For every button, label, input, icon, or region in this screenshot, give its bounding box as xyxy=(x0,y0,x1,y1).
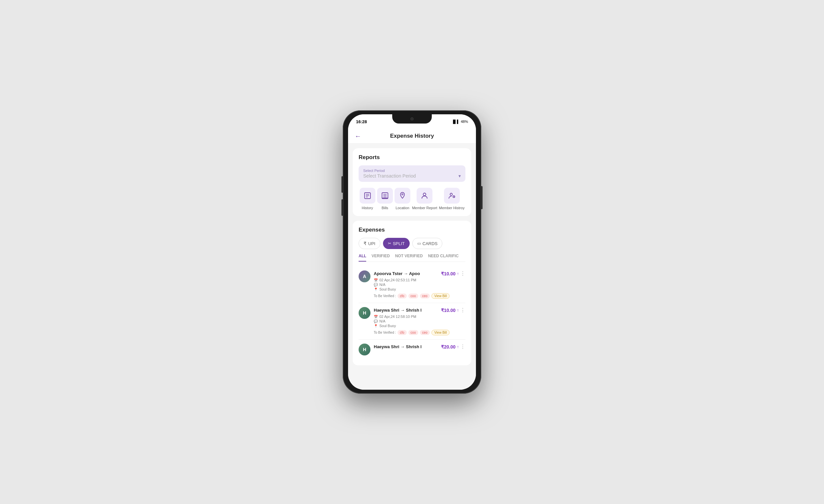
scroll-content: Reports Select Period Select Transaction… xyxy=(348,144,476,390)
location-pin-icon: 📍 xyxy=(374,324,378,328)
expenses-card: Expenses ₹ UPI ✂ SPLIT ▭ CARDS xyxy=(353,221,471,365)
txn-meta-1: 📅 02 Apr,24 02:53:11 PM 💬 N/A 📍 Soul Bu xyxy=(374,278,466,291)
phone-frame: 16:28 ▐▌▌ 48% ← Expense History Reports … xyxy=(343,110,481,394)
select-period-dropdown[interactable]: Select Period Select Transaction Period … xyxy=(358,165,466,182)
txn-amount: ₹20.00 xyxy=(441,344,455,350)
svg-point-11 xyxy=(450,194,452,196)
member-history-icon-box xyxy=(444,188,460,204)
report-icon-bills[interactable]: Bills xyxy=(377,188,393,210)
txn-date-row: 📅 02 Apr,24 02:53:11 PM xyxy=(374,278,466,282)
txn-note-row: 💬 N/A xyxy=(374,319,466,323)
member-report-icon-box xyxy=(417,188,432,204)
txn-header-3: H Haeywa Shri → Shrish l ₹20.00 ↑ ⋮ xyxy=(358,344,466,355)
tag-coo: coo xyxy=(408,293,418,298)
card-icon: ▭ xyxy=(417,241,421,246)
tag-label: To Be Verified : xyxy=(374,294,396,298)
tag-ceo: ceo xyxy=(420,330,430,335)
txn-header-2: H Haeywa Shri → Shrish l ₹10.00 ↑ ⋮ xyxy=(358,307,466,335)
tab-cards[interactable]: ▭ CARDS xyxy=(412,238,443,249)
table-row: H Haeywa Shri → Shrish l ₹20.00 ↑ ⋮ xyxy=(358,340,466,359)
filter-all[interactable]: ALL xyxy=(358,254,366,262)
filter-verified[interactable]: VERIFIED xyxy=(372,254,390,262)
view-bill-button[interactable]: View Bill xyxy=(431,293,450,299)
member-history-label: Member Histroy xyxy=(439,206,465,210)
txn-amount-row-1: ₹10.00 ↑ ⋮ xyxy=(441,270,466,277)
txn-more-button[interactable]: ⋮ xyxy=(460,270,466,277)
rupee-icon: ₹ xyxy=(364,241,367,246)
txn-amount-row-2: ₹10.00 ↑ ⋮ xyxy=(441,307,466,313)
chevron-down-icon: ▾ xyxy=(458,173,461,178)
txn-content-3: Haeywa Shri → Shrish l ₹20.00 ↑ ⋮ xyxy=(374,344,466,350)
page-title: Expense History xyxy=(390,133,434,139)
filter-not-verified[interactable]: NOT VERIFIED xyxy=(395,254,423,262)
member-report-label: Member Report xyxy=(412,206,437,210)
tag-coo: coo xyxy=(408,330,418,335)
location-pin-icon: 📍 xyxy=(374,287,378,291)
volume-up-button[interactable] xyxy=(341,176,343,193)
txn-more-button[interactable]: ⋮ xyxy=(460,307,466,313)
txn-note: N/A xyxy=(379,319,385,323)
tab-split[interactable]: ✂ SPLIT xyxy=(383,238,410,249)
txn-location-row: 📍 Soul Buoy xyxy=(374,287,466,291)
txn-location: Soul Buoy xyxy=(379,324,396,328)
calendar-icon: 📅 xyxy=(374,315,378,319)
txn-date: 02 Apr,24 02:53:11 PM xyxy=(379,278,416,282)
txn-more-button[interactable]: ⋮ xyxy=(460,344,466,350)
txn-name: Apoorva Tster → Apoo xyxy=(374,271,426,276)
report-icons-row: History Bills xyxy=(358,188,466,210)
tab-upi[interactable]: ₹ UPI xyxy=(358,238,380,249)
notch xyxy=(392,114,432,124)
split-icon: ✂ xyxy=(388,241,391,246)
txn-arrow-icon: ↑ xyxy=(457,308,459,312)
reports-title: Reports xyxy=(358,154,466,161)
status-icons: ▐▌▌ 48% xyxy=(452,120,468,124)
reports-card: Reports Select Period Select Transaction… xyxy=(353,148,471,216)
view-bill-button[interactable]: View Bill xyxy=(431,330,450,335)
note-icon: 💬 xyxy=(374,320,378,323)
report-icon-member-history[interactable]: Member Histroy xyxy=(439,188,465,210)
report-icon-history[interactable]: History xyxy=(359,188,376,210)
calendar-icon: 📅 xyxy=(374,278,378,282)
report-icon-member-report[interactable]: Member Report xyxy=(412,188,437,210)
bills-label: Bills xyxy=(382,206,388,210)
avatar: H xyxy=(358,344,371,355)
tag-ceo: ceo xyxy=(420,293,430,298)
top-nav: ← Expense History xyxy=(348,129,476,144)
location-icon-box xyxy=(395,188,410,204)
back-button[interactable]: ← xyxy=(355,132,361,140)
filter-need-clarific[interactable]: NEED CLARIFIC xyxy=(428,254,459,262)
txn-meta-2: 📅 02 Apr,24 12:58:10 PM 💬 N/A 📍 Soul Bu xyxy=(374,314,466,328)
tag-label: To Be Verified : xyxy=(374,331,396,334)
svg-point-9 xyxy=(402,194,403,195)
txn-date: 02 Apr,24 12:58:10 PM xyxy=(379,314,416,319)
power-button[interactable] xyxy=(481,186,483,209)
camera xyxy=(410,117,414,121)
txn-amount-row-3: ₹20.00 ↑ ⋮ xyxy=(441,344,466,350)
txn-arrow-icon: ↑ xyxy=(457,345,459,349)
txn-note: N/A xyxy=(379,283,385,286)
expenses-title: Expenses xyxy=(358,227,466,233)
signal-icon: ▐▌▌ xyxy=(452,120,459,124)
txn-name: Haeywa Shri → Shrish l xyxy=(374,308,426,312)
expense-type-tabs: ₹ UPI ✂ SPLIT ▭ CARDS xyxy=(358,238,466,249)
report-icon-location[interactable]: Location xyxy=(395,188,410,210)
txn-tags-1: To Be Verified : cfo coo ceo View Bill xyxy=(374,293,466,299)
table-row: A Apoorva Tster → Apoo ₹10.00 ↑ ⋮ xyxy=(358,266,466,303)
txn-note-row: 💬 N/A xyxy=(374,283,466,286)
avatar: A xyxy=(358,270,371,282)
select-period-label: Select Period xyxy=(363,169,461,172)
bills-icon-box xyxy=(377,188,393,204)
svg-point-10 xyxy=(423,193,426,196)
table-row: H Haeywa Shri → Shrish l ₹10.00 ↑ ⋮ xyxy=(358,303,466,340)
filter-tabs: ALL VERIFIED NOT VERIFIED NEED CLARIFIC xyxy=(358,254,466,262)
txn-date-row: 📅 02 Apr,24 12:58:10 PM xyxy=(374,314,466,319)
volume-down-button[interactable] xyxy=(341,199,343,216)
select-period-value: Select Transaction Period xyxy=(363,173,416,178)
avatar: H xyxy=(358,307,371,319)
txn-name: Haeywa Shri → Shrish l xyxy=(374,344,426,349)
txn-tags-2: To Be Verified : cfo coo ceo View Bill xyxy=(374,330,466,335)
history-icon-box xyxy=(359,188,376,204)
txn-name-row-1: Apoorva Tster → Apoo ₹10.00 ↑ ⋮ xyxy=(374,270,466,277)
phone-screen: 16:28 ▐▌▌ 48% ← Expense History Reports … xyxy=(348,114,476,390)
txn-arrow-icon: ↑ xyxy=(457,271,459,276)
